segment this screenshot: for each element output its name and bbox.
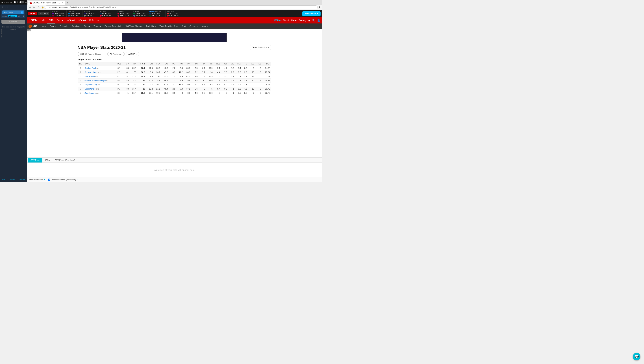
stats-table-container: RK NAME POS GP MIN PTS ▾ FGM FGA FG% 3PM [78,62,271,95]
table-cell: 52.5 [161,74,169,79]
grid-icon[interactable]: ⊞ [308,19,310,22]
team-statistics-button[interactable]: Team Statistics ▾ [250,45,271,50]
subnav-draft[interactable]: Draft [180,24,188,29]
col-fga[interactable]: FGA [154,62,161,66]
reload-button[interactable]: ↻ [37,6,40,9]
col-fta[interactable]: FTA [199,62,206,66]
download-icon[interactable]: ⬇ [318,6,320,9]
league-filter[interactable]: All NBA ▾ [126,52,139,56]
tutorials-link[interactable]: Tutorials [9,179,15,181]
col-fg-pct[interactable]: FG% [161,62,169,66]
select-mode-button[interactable]: Select Mode ▾ [302,11,320,16]
subnav-more[interactable]: More ▾ [200,24,210,29]
table-cell: 42.2 [184,74,192,79]
tab-csv-excel[interactable]: CSV/Excel [28,158,42,163]
tab-csv-wide[interactable]: CSV/Excel Wide (beta) [52,158,77,163]
add-selection-button[interactable]: + [20,11,23,14]
col-ast[interactable]: AST [221,62,228,66]
dots-menu[interactable]: ⋮⋮⋮ [0,5,27,9]
browse-toggle[interactable] [19,1,24,4]
back-icon[interactable]: ◀ [2,1,3,4]
subnav-scores[interactable]: Scores [48,24,58,29]
tab-close-icon[interactable]: ✕ [62,2,63,4]
col-per[interactable]: PER [262,62,271,66]
col-ftm[interactable]: FTM [191,62,198,66]
selection-panel: Select page + Empty selection1 (0) 🗑 [2,10,25,18]
save-icon[interactable]: 💾 [14,1,16,4]
col-gp[interactable]: GP [124,62,130,66]
subnav-fantasy-basketball[interactable]: Fantasy Basketball [103,24,123,29]
table-cell: 93 [206,83,214,87]
api-link[interactable]: API [2,179,5,181]
league-selector[interactable]: NBA ▾ [28,12,37,15]
nav-nba[interactable]: NBA [47,17,55,24]
subnav-g-league[interactable]: G League [188,24,200,29]
show-more-data-label[interactable]: Show more data ℹ [29,178,45,181]
table-cell: Joel Embiid PHI [84,74,116,79]
url-input[interactable] [45,6,318,9]
table-cell: 10.1 [146,91,154,95]
subnav-trade-machine[interactable]: NBA Trade Machine [123,24,144,29]
col-reb[interactable]: REB [214,62,221,66]
col-td3[interactable]: TD3 [255,62,262,66]
profile-icon[interactable]: 👤 [317,19,320,22]
position-filter[interactable]: All Positions ▾ [108,52,124,56]
table-cell: 3.7 [242,79,248,83]
contact-link[interactable]: Contact [19,179,25,181]
col-ft-pct[interactable]: FT% [206,62,214,66]
col-pos[interactable]: POS [116,62,124,66]
search-icon[interactable]: 🔍 [312,19,315,22]
settings-icon[interactable]: ⚙ [17,1,18,4]
table-cell: 40 [124,79,130,83]
subnav-daily-lines[interactable]: Daily Lines [144,24,158,29]
col-3p-pct[interactable]: 3P% [184,62,192,66]
home-icon[interactable]: ⌂ [4,1,6,4]
date-selector[interactable]: Mar 22 ▾ [38,12,49,15]
subnav-teams[interactable]: Teams ▾ [92,24,103,29]
col-fgm[interactable]: FGM [146,62,154,66]
subnav-schedule[interactable]: Schedule [58,24,70,29]
col-3pm[interactable]: 3PM [169,62,176,66]
visuals-checkbox[interactable] [48,179,50,181]
fantasy-link[interactable]: Fantasy [299,19,306,22]
nav-ncaaw[interactable]: NCAAW [76,18,87,23]
col-blk[interactable]: BLK [235,62,242,66]
get-data-button[interactable]: Get Data [2,20,25,24]
selection-item-row: Empty selection1 (0) 🗑 [2,15,24,17]
season-filter[interactable]: 2020-21 Regular Season ▾ [78,52,106,56]
table-cell: 37.1 [184,87,192,91]
col-min[interactable]: MIN [130,62,137,66]
ad-banner [122,33,227,42]
col-name[interactable]: NAME [84,62,116,66]
nav-nfl[interactable]: NFL [40,18,47,23]
table-cell: 4 [78,79,84,83]
col-stl[interactable]: STL [228,62,235,66]
nav-soccer[interactable]: Soccer [55,18,65,23]
new-tab-icon[interactable]: + [66,1,69,4]
subnav-stats[interactable]: Stats ▾ [82,24,92,29]
col-rk[interactable]: RK [78,62,84,66]
visuals-enabled-label[interactable]: Visuals enabled (advanced) ℹ [48,178,78,181]
col-dd2[interactable]: DD2 [248,62,255,66]
table-cell: 3.8 [242,91,248,95]
table-cell: 48.4 [161,87,169,91]
table-cell: 8 [176,91,184,95]
listen-link[interactable]: Listen [291,19,297,22]
subnav-standings[interactable]: Standings [70,24,82,29]
nav-more-dots[interactable]: ••• [95,18,101,23]
subnav-trade-deadline[interactable]: Trade Deadline Buzz [158,24,180,29]
col-to[interactable]: TO [242,62,248,66]
table-cell: 7.9 [176,87,184,91]
delete-selection-icon[interactable]: 🗑 [22,15,24,17]
active-tab[interactable]: E 2020-21 NBA Player Stats | ESP... ✕ [28,1,65,5]
table-cell: 18 [154,74,161,79]
col-3pa[interactable]: 3PA [176,62,184,66]
tab-json[interactable]: JSON [42,158,52,163]
subnav-home[interactable]: Home [39,24,48,29]
watch-link[interactable]: Watch [283,19,290,22]
nav-ncaam[interactable]: NCAAM [65,18,76,23]
nav-mlb[interactable]: MLB [88,18,95,23]
forward-button[interactable]: ▶ [32,6,36,9]
back-button[interactable]: ◀ [28,6,32,9]
col-pts[interactable]: PTS ▾ [137,62,146,66]
